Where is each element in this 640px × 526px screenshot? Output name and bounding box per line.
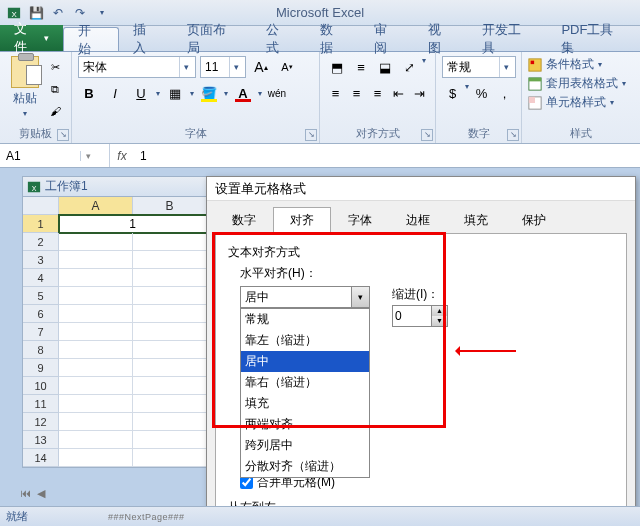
first-sheet-icon[interactable]: ⏮ bbox=[18, 487, 32, 499]
align-right-icon[interactable]: ≡ bbox=[368, 82, 387, 104]
tab-home[interactable]: 开始 bbox=[63, 27, 119, 51]
dialog-tab-border[interactable]: 边框 bbox=[389, 207, 447, 233]
cell[interactable] bbox=[59, 233, 133, 251]
dropdown-item[interactable]: 常规 bbox=[241, 309, 369, 330]
redo-icon[interactable]: ↷ bbox=[70, 3, 90, 23]
tab-review[interactable]: 审阅 bbox=[360, 27, 414, 51]
select-all-corner[interactable] bbox=[23, 197, 59, 215]
dialog-launcher-icon[interactable]: ↘ bbox=[57, 129, 69, 141]
paste-button[interactable]: 粘贴 ▾ bbox=[6, 56, 44, 118]
phonetic-icon[interactable]: wén bbox=[266, 82, 288, 104]
tab-formulas[interactable]: 公式 bbox=[252, 27, 306, 51]
conditional-format-button[interactable]: 条件格式▾ bbox=[528, 56, 634, 73]
dialog-tab-number[interactable]: 数字 bbox=[215, 207, 273, 233]
chevron-down-icon[interactable]: ▾ bbox=[179, 57, 193, 77]
row-header[interactable]: 14 bbox=[23, 449, 59, 467]
comma-icon[interactable]: , bbox=[494, 82, 515, 104]
row-header[interactable]: 12 bbox=[23, 413, 59, 431]
name-box[interactable]: ▾ bbox=[0, 144, 110, 167]
cut-icon[interactable]: ✂ bbox=[46, 58, 64, 76]
font-name-combo[interactable]: ▾ bbox=[78, 56, 196, 78]
percent-icon[interactable]: % bbox=[471, 82, 492, 104]
copy-icon[interactable]: ⧉ bbox=[46, 80, 64, 98]
font-size-input[interactable] bbox=[201, 57, 229, 77]
row-header[interactable]: 8 bbox=[23, 341, 59, 359]
dialog-tab-font[interactable]: 字体 bbox=[331, 207, 389, 233]
row-header[interactable]: 10 bbox=[23, 377, 59, 395]
dialog-launcher-icon[interactable]: ↘ bbox=[507, 129, 519, 141]
dropdown-item[interactable]: 靠左（缩进） bbox=[241, 330, 369, 351]
dialog-launcher-icon[interactable]: ↘ bbox=[305, 129, 317, 141]
increase-indent-icon[interactable]: ⇥ bbox=[410, 82, 429, 104]
cell[interactable] bbox=[133, 269, 207, 287]
cell[interactable] bbox=[59, 305, 133, 323]
align-center-icon[interactable]: ≡ bbox=[347, 82, 366, 104]
col-header-b[interactable]: B bbox=[133, 197, 207, 215]
row-header[interactable]: 11 bbox=[23, 395, 59, 413]
horizontal-align-dropdown[interactable]: 常规 靠左（缩进） 居中 靠右（缩进） 填充 两端对齐 跨列居中 分散对齐（缩进… bbox=[240, 308, 370, 478]
cell[interactable] bbox=[133, 251, 207, 269]
cell[interactable] bbox=[133, 377, 207, 395]
sheet-tab-nav[interactable]: ⏮ ◀ bbox=[18, 484, 48, 502]
underline-button[interactable]: U bbox=[130, 82, 152, 104]
align-left-icon[interactable]: ≡ bbox=[326, 82, 345, 104]
row-header[interactable]: 9 bbox=[23, 359, 59, 377]
tab-pdf-tools[interactable]: PDF工具集 bbox=[547, 27, 640, 51]
font-size-combo[interactable]: ▾ bbox=[200, 56, 246, 78]
cell[interactable] bbox=[133, 449, 207, 467]
tab-page-layout[interactable]: 页面布局 bbox=[173, 27, 253, 51]
cell[interactable] bbox=[59, 323, 133, 341]
dropdown-item[interactable]: 填充 bbox=[241, 393, 369, 414]
italic-button[interactable]: I bbox=[104, 82, 126, 104]
name-box-input[interactable] bbox=[0, 149, 80, 163]
font-name-input[interactable] bbox=[79, 57, 179, 77]
shrink-font-icon[interactable]: A▾ bbox=[276, 56, 298, 78]
chevron-down-icon[interactable]: ▾ bbox=[499, 57, 513, 77]
tab-developer[interactable]: 开发工具 bbox=[468, 27, 548, 51]
decrease-indent-icon[interactable]: ⇤ bbox=[389, 82, 408, 104]
cell[interactable] bbox=[133, 431, 207, 449]
tab-data[interactable]: 数据 bbox=[306, 27, 360, 51]
format-painter-icon[interactable]: 🖌 bbox=[46, 102, 64, 120]
font-color-icon[interactable]: A bbox=[232, 82, 254, 104]
row-header[interactable]: 6 bbox=[23, 305, 59, 323]
cell[interactable] bbox=[59, 287, 133, 305]
align-bottom-icon[interactable]: ⬓ bbox=[374, 56, 396, 78]
formula-input[interactable] bbox=[134, 149, 640, 163]
tab-insert[interactable]: 插入 bbox=[119, 27, 173, 51]
indent-input[interactable] bbox=[393, 306, 429, 326]
qat-customize-caret[interactable]: ▾ bbox=[92, 3, 112, 23]
cell[interactable] bbox=[133, 287, 207, 305]
table-format-button[interactable]: 套用表格格式▾ bbox=[528, 75, 634, 92]
spinner-down-icon[interactable]: ▼ bbox=[431, 316, 447, 326]
horizontal-align-combo[interactable]: ▾ 常规 靠左（缩进） 居中 靠右（缩进） 填充 两端对齐 跨列居中 分散对齐（… bbox=[240, 286, 370, 308]
row-header-1[interactable]: 1 bbox=[23, 215, 59, 233]
border-icon[interactable]: ▦ bbox=[164, 82, 186, 104]
cell[interactable] bbox=[59, 377, 133, 395]
cell-a1[interactable]: 1 bbox=[59, 215, 207, 233]
cell[interactable] bbox=[59, 449, 133, 467]
cell[interactable] bbox=[133, 413, 207, 431]
dialog-tab-fill[interactable]: 填充 bbox=[447, 207, 505, 233]
number-format-combo[interactable]: ▾ bbox=[442, 56, 516, 78]
cell[interactable] bbox=[59, 413, 133, 431]
row-header[interactable]: 2 bbox=[23, 233, 59, 251]
row-header[interactable]: 3 bbox=[23, 251, 59, 269]
cell[interactable] bbox=[59, 251, 133, 269]
row-header[interactable]: 13 bbox=[23, 431, 59, 449]
undo-icon[interactable]: ↶ bbox=[48, 3, 68, 23]
number-format-input[interactable] bbox=[443, 57, 499, 77]
dropdown-item[interactable]: 两端对齐 bbox=[241, 414, 369, 435]
bold-button[interactable]: B bbox=[78, 82, 100, 104]
grow-font-icon[interactable]: A▴ bbox=[250, 56, 272, 78]
dropdown-item[interactable]: 靠右（缩进） bbox=[241, 372, 369, 393]
dialog-tab-alignment[interactable]: 对齐 bbox=[273, 207, 331, 233]
dropdown-item-selected[interactable]: 居中 bbox=[241, 351, 369, 372]
chevron-down-icon[interactable]: ▾ bbox=[351, 287, 369, 307]
fx-icon[interactable]: fx bbox=[110, 149, 134, 163]
cell[interactable] bbox=[59, 431, 133, 449]
chevron-down-icon[interactable]: ▾ bbox=[80, 151, 96, 161]
indent-stepper[interactable]: ▲ ▼ bbox=[392, 305, 448, 327]
cell[interactable] bbox=[133, 305, 207, 323]
chevron-down-icon[interactable]: ▾ bbox=[229, 57, 243, 77]
